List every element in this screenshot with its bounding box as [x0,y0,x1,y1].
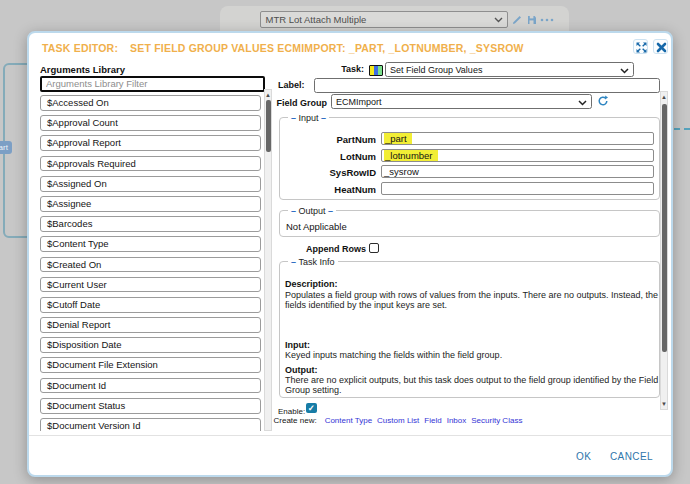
argument-item[interactable]: $Content Type [40,236,261,252]
scroll-down-arrow-icon[interactable]: ▼ [661,400,667,408]
settings-scrollbar[interactable]: ▲ ▼ [660,91,668,410]
argument-item[interactable]: $Barcodes [40,216,261,232]
input-fieldset: – Input – PartNum _part LotNum _lotnumbe… [279,117,660,200]
scroll-up-arrow-icon[interactable]: ▲ [661,93,667,101]
field-group-task-icon [369,65,383,76]
workflow-start-badge: Start [0,141,12,154]
arguments-list-scrollbar[interactable]: ▲ [264,89,272,431]
workflow-selector-value: MTR Lot Attach Multiple [266,14,367,25]
argument-item[interactable]: $Document Status [40,398,261,414]
argument-item[interactable]: $Disposition Date [40,337,261,353]
field-group-label: Field Group [277,98,328,108]
append-rows-label: Append Rows [276,244,366,254]
input-info-label: Input: [285,340,310,350]
dialog-title-main: SET FIELD GROUP VALUES ECMIMPORT: _PART,… [130,42,524,54]
arguments-library-list: $Accessed On$Approval Count$Approval Rep… [40,91,266,431]
refresh-icon[interactable] [597,95,609,107]
argument-item[interactable]: $Approval Count [40,115,261,131]
sysrowid-value: _sysrow [384,166,419,177]
scrollbar-thumb[interactable] [266,100,271,152]
argument-item[interactable]: $Approval Report [40,135,261,151]
sysrowid-label: SysRowID [280,167,376,178]
label-input[interactable] [314,78,660,93]
heatnum-input[interactable] [381,182,654,195]
arguments-library-filter-input[interactable] [40,76,265,92]
create-new-link[interactable]: Security Class [471,416,522,425]
create-new-label: Create new: [274,416,317,425]
field-group-select-value: ECMImport [336,96,382,108]
lotnum-label: LotNum [280,151,376,162]
enable-checkbox[interactable]: ✓ [306,403,317,414]
argument-item[interactable]: $Current User [40,277,261,293]
field-group-select[interactable]: ECMImport [331,94,592,109]
task-select-value: Set Field Group Values [390,64,482,76]
partnum-label: PartNum [280,134,376,145]
argument-item[interactable]: $Cutoff Date [40,297,261,313]
expand-icon [635,41,648,54]
chevron-down-icon [578,99,587,107]
create-new-link[interactable]: Custom List [377,416,419,425]
argument-item[interactable]: $Accessed On [40,95,261,111]
dialog-title: TASK EDITOR:SET FIELD GROUP VALUES ECMIM… [42,42,524,54]
partnum-value: _part [384,133,412,144]
description-text: Populates a field group with rows of val… [285,290,660,311]
workflow-toolbar-panel: MTR Lot Attach Multiple [220,6,569,32]
argument-item[interactable]: $Document Version Id [40,418,261,431]
workflow-selector[interactable]: MTR Lot Attach Multiple [260,11,508,28]
output-text: Not Applicable [286,221,347,232]
append-rows-checkbox[interactable] [369,243,379,253]
output-legend: – Output – [288,206,336,216]
arguments-library-label: Arguments Library [40,64,125,75]
output-info-text: There are no explicit outputs, but this … [285,375,660,396]
create-new-link[interactable]: Content Type [325,416,372,425]
input-info-text: Keyed inputs matching the fields within … [285,350,660,360]
argument-item[interactable]: $Created On [40,257,261,273]
create-new-link[interactable]: Field [424,416,441,425]
create-new-link[interactable]: Inbox [447,416,467,425]
label-label: Label: [278,80,305,90]
sysrowid-input[interactable]: _sysrow [381,165,654,178]
more-ellipsis-icon[interactable] [540,15,554,25]
footer-divider [29,435,671,436]
description-label: Description: [285,279,338,289]
create-new-row: Create new:Content TypeCustom ListFieldI… [274,416,523,425]
argument-item[interactable]: $Assignee [40,196,261,212]
partnum-input[interactable]: _part [381,132,654,145]
save-icon[interactable] [527,15,537,25]
argument-item[interactable]: $Assigned On [40,176,261,192]
chevron-down-icon [494,16,503,24]
dialog-title-prefix: TASK EDITOR: [42,42,118,54]
argument-item[interactable]: $Document Id [40,378,261,394]
lotnum-input[interactable]: _lotnumber [381,149,654,162]
input-legend: – Input – [288,113,329,123]
scrollbar-thumb[interactable] [662,104,667,352]
argument-item[interactable]: $Denial Report [40,317,261,333]
ok-button[interactable]: OK [576,451,591,462]
scroll-up-arrow-icon[interactable]: ▲ [265,91,271,99]
task-label: Task: [310,64,364,74]
edit-pencil-icon[interactable] [512,15,522,25]
chevron-down-icon [620,67,629,75]
task-select[interactable]: Set Field Group Values [385,62,634,77]
heatnum-label: HeatNum [280,184,376,195]
output-fieldset: – Output – Not Applicable [279,210,660,237]
task-info-fieldset: – Task Info Description: Populates a fie… [279,261,660,398]
workflow-connector-line [674,128,690,130]
lotnum-value: _lotnumber [384,150,438,161]
cancel-button[interactable]: CANCEL [610,451,653,462]
argument-item[interactable]: $Document File Extension [40,357,261,373]
output-info-label: Output: [285,365,317,375]
task-info-legend: – Task Info [288,257,338,267]
close-icon [655,41,668,54]
argument-item[interactable]: $Approvals Required [40,156,261,172]
task-settings-scrollpane: Field Group ECMImport – Input – PartNum … [276,93,660,409]
task-editor-dialog: TASK EDITOR:SET FIELD GROUP VALUES ECMIM… [27,31,673,477]
close-button[interactable] [653,39,668,54]
expand-button[interactable] [633,39,648,54]
